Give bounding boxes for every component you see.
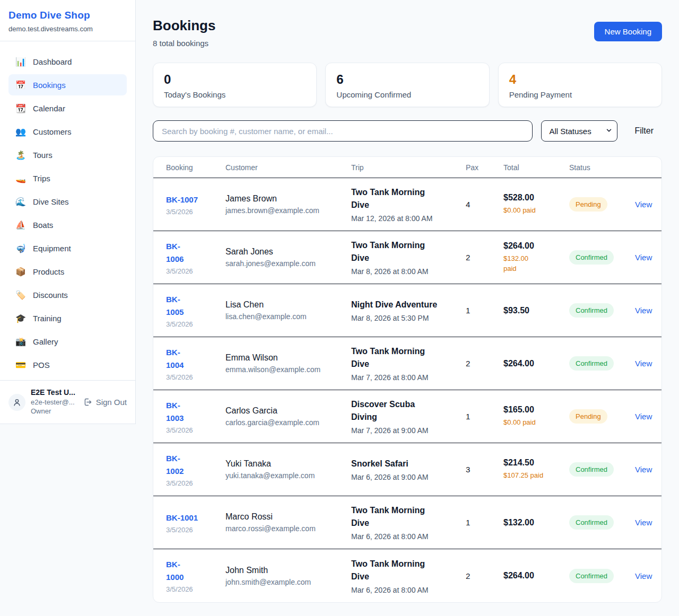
pax-value: 2	[466, 359, 503, 368]
trip-cell: Two Tank Morning Dive Mar 12, 2026 at 8:…	[351, 186, 466, 223]
view-link[interactable]: View	[635, 306, 652, 315]
table-row: BK- 1000 3/5/2026 John Smith john.smith@…	[153, 549, 661, 602]
total-cell: $264.00	[503, 359, 569, 368]
booking-date: 3/5/2026	[166, 426, 225, 434]
booking-link[interactable]: BK- 1006	[166, 240, 225, 266]
filter-button[interactable]: Filter	[626, 126, 662, 136]
table-row: BK- 1005 3/5/2026 Lisa Chen lisa.chen@ex…	[153, 284, 661, 337]
sidebar-item-training[interactable]: 🎓 Training	[8, 307, 127, 329]
stat-label: Upcoming Confirmed	[336, 90, 478, 99]
customer-email: lisa.chen@example.com	[225, 312, 351, 321]
trip-name: Two Tank Morning Dive	[351, 345, 450, 371]
trip-datetime: Mar 7, 2026 at 9:00 AM	[351, 426, 450, 435]
sidebar-item-pos[interactable]: 💳 POS	[8, 354, 127, 375]
nav-item-icon: 🚤	[15, 173, 26, 183]
status-cell: Confirmed	[569, 356, 635, 371]
sidebar-item-calendar[interactable]: 📆 Calendar	[8, 98, 127, 119]
sidebar-item-customers[interactable]: 👥 Customers	[8, 121, 127, 142]
total-cell: $165.00 $0.00 paid	[503, 405, 569, 428]
nav-item-label: Boats	[33, 221, 53, 230]
trip-cell: Two Tank Morning Dive Mar 8, 2026 at 8:0…	[351, 239, 466, 276]
total-cell: $132.00	[503, 518, 569, 527]
nav-item-label: Training	[33, 314, 62, 323]
logout-icon	[83, 398, 92, 407]
sidebar-item-tours[interactable]: 🏝️ Tours	[8, 144, 127, 165]
booking-link[interactable]: BK- 1002	[166, 452, 225, 478]
search-input[interactable]	[153, 120, 533, 142]
view-link[interactable]: View	[635, 200, 652, 209]
trip-cell: Two Tank Morning Dive Mar 6, 2026 at 8:0…	[351, 558, 466, 594]
customer-name: James Brown	[225, 194, 351, 204]
booking-link[interactable]: BK-1007	[166, 193, 225, 206]
customer-email: sarah.jones@example.com	[225, 259, 351, 268]
table-row: BK- 1003 3/5/2026 Carlos Garcia carlos.g…	[153, 390, 661, 443]
sidebar: Demo Dive Shop demo.test.divestreams.com…	[0, 0, 136, 424]
nav-item-icon: 🏷️	[15, 290, 26, 300]
status-cell: Confirmed	[569, 569, 635, 583]
booking-link[interactable]: BK- 1004	[166, 346, 225, 372]
pax-value: 4	[466, 200, 503, 209]
trip-cell: Night Dive Adventure Mar 8, 2026 at 5:30…	[351, 298, 466, 322]
booking-cell: BK-1007 3/5/2026	[166, 193, 225, 216]
customer-email: marco.rossi@example.com	[225, 524, 351, 533]
view-link[interactable]: View	[635, 571, 652, 580]
view-link[interactable]: View	[635, 465, 652, 474]
new-booking-button[interactable]: New Booking	[594, 22, 662, 41]
sidebar-item-dive-sites[interactable]: 🌊 Dive Sites	[8, 191, 127, 212]
total-amount: $132.00	[503, 518, 569, 527]
col-header-booking: Booking	[166, 163, 225, 172]
main-content: Bookings 8 total bookings New Booking 0 …	[136, 0, 679, 603]
trip-datetime: Mar 8, 2026 at 5:30 PM	[351, 314, 450, 322]
status-cell: Confirmed	[569, 515, 635, 530]
user-role: Owner	[31, 407, 78, 416]
sidebar-item-boats[interactable]: ⛵ Boats	[8, 214, 127, 235]
sidebar-item-gallery[interactable]: 📸 Gallery	[8, 331, 127, 352]
view-link[interactable]: View	[635, 359, 652, 368]
booking-cell: BK- 1004 3/5/2026	[166, 346, 225, 381]
view-link[interactable]: View	[635, 518, 652, 527]
sidebar-item-bookings[interactable]: 📅 Bookings	[8, 74, 127, 95]
trip-datetime: Mar 7, 2026 at 8:00 AM	[351, 373, 450, 382]
sidebar-nav: 📊 Dashboard 📅 Bookings 📆 Calendar 👥 Cust…	[0, 41, 135, 380]
status-badge: Pending	[569, 409, 607, 424]
booking-link[interactable]: BK- 1000	[166, 558, 225, 584]
booking-link[interactable]: BK- 1005	[166, 293, 225, 319]
sidebar-item-products[interactable]: 📦 Products	[8, 261, 127, 282]
sidebar-item-discounts[interactable]: 🏷️ Discounts	[8, 284, 127, 305]
booking-cell: BK-1001 3/5/2026	[166, 512, 225, 534]
customer-email: carlos.garcia@example.com	[225, 418, 351, 427]
booking-link[interactable]: BK-1001	[166, 512, 225, 524]
status-badge: Confirmed	[569, 462, 614, 477]
total-amount: $214.50	[503, 458, 569, 468]
customer-email: james.brown@example.com	[225, 206, 351, 215]
total-cell: $93.50	[503, 306, 569, 315]
nav-item-icon: 📊	[15, 57, 26, 67]
nav-item-icon: 📅	[15, 80, 26, 90]
total-cell: $264.00	[503, 571, 569, 580]
nav-item-label: Dashboard	[33, 57, 72, 66]
booking-date: 3/5/2026	[166, 208, 225, 216]
sidebar-item-dashboard[interactable]: 📊 Dashboard	[8, 51, 127, 72]
status-badge: Confirmed	[569, 303, 614, 318]
shop-domain: demo.test.divestreams.com	[8, 25, 127, 33]
status-badge: Confirmed	[569, 569, 614, 583]
booking-cell: BK- 1003 3/5/2026	[166, 399, 225, 434]
status-badge: Confirmed	[569, 356, 614, 371]
stat-card: 4 Pending Payment	[498, 63, 662, 107]
trip-datetime: Mar 8, 2026 at 8:00 AM	[351, 267, 450, 276]
status-filter-select[interactable]: All Statuses	[541, 120, 617, 142]
sidebar-item-equipment[interactable]: 🤿 Equipment	[8, 237, 127, 259]
pax-value: 2	[466, 571, 503, 580]
trip-datetime: Mar 12, 2026 at 8:00 AM	[351, 214, 450, 223]
booking-cell: BK- 1006 3/5/2026	[166, 240, 225, 275]
nav-item-icon: 📆	[15, 103, 26, 113]
pax-value: 1	[466, 306, 503, 315]
booking-link[interactable]: BK- 1003	[166, 399, 225, 425]
sign-out-button[interactable]: Sign Out	[83, 398, 127, 407]
customer-cell: Carlos Garcia carlos.garcia@example.com	[225, 406, 351, 427]
customer-name: John Smith	[225, 566, 351, 575]
paid-amount: $0.00 paid	[503, 205, 569, 216]
view-link[interactable]: View	[635, 412, 652, 421]
view-link[interactable]: View	[635, 253, 652, 262]
sidebar-item-trips[interactable]: 🚤 Trips	[8, 168, 127, 189]
